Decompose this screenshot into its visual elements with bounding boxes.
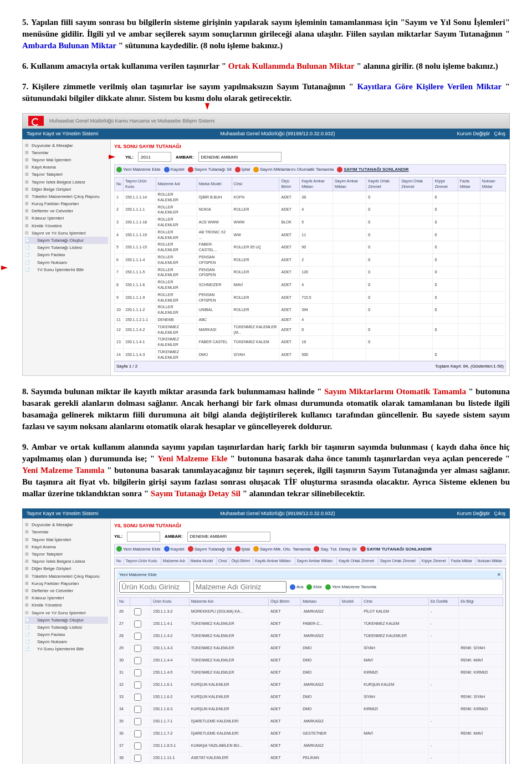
table-row[interactable]: 9150.1.1.1-9ROLLER KALEMLERPENSAN OFİSPE… <box>115 291 506 304</box>
table-row[interactable]: 7150.1.1.1-5ROLLER KALEMLERPENSAN OFİSPE… <box>115 266 506 279</box>
table-row[interactable]: 27150.1.1.4-1TÜKENMEZ KALEMLERADETFABER-… <box>117 618 503 630</box>
sidebar-item[interactable]: Taşınır İstek Belgesi Listesi <box>25 179 108 186</box>
table-row[interactable]: 34150.1.1.6-3KURŞUN KALEMLERADETDMOKIRMI… <box>117 703 503 715</box>
table-row[interactable]: 3150.1.1.1-18ROLLER KALEMLERACE WWWWWWBL… <box>115 216 506 229</box>
ambar-input[interactable] <box>187 532 270 542</box>
table-row[interactable]: 30150.1.1.4-4TÜKENMEZ KALEMLERADETDMOMAV… <box>117 654 503 666</box>
table-row[interactable]: 13150.1.1.4-1TÜKENMEZ KALEMLERFABER CAST… <box>115 336 506 349</box>
sidebar-item[interactable]: Yıl Sonu İşlemlerini Bitir <box>25 645 108 653</box>
column-header[interactable]: Ek Bilgi <box>459 598 503 606</box>
table-row[interactable]: 35150.1.1.7-1İŞARETLEME KALEMLERİADET.MA… <box>117 715 503 727</box>
sidebar-item[interactable]: Kayıt Arama <box>25 543 108 551</box>
column-header[interactable]: Taşınır-Ürün Kodu <box>123 177 156 191</box>
table-row[interactable]: 8150.1.1.1-6ROLLER KALEMLERSCHNEIZERMAVİ… <box>115 279 506 292</box>
sidebar-item[interactable]: Defterler ve Cetveller <box>25 207 108 215</box>
column-header[interactable]: Cinsi <box>232 177 279 191</box>
column-header[interactable]: Sayım Ambar Miktarı <box>333 177 366 191</box>
iptal-button[interactable]: İptal <box>235 166 250 172</box>
sidebar-item[interactable]: Sayım Tutanağı Listesi <box>25 244 108 251</box>
detay-sil-button[interactable]: Say. Tut. Detay Sil <box>314 546 356 552</box>
row-checkbox[interactable] <box>134 657 141 664</box>
column-header[interactable]: Marka Model <box>197 177 232 191</box>
column-header[interactable]: Ürün Kodu <box>151 598 190 606</box>
tutanak-sil-button[interactable]: Sayım Tutanağı Sil <box>188 546 232 552</box>
table-row[interactable]: 36150.1.1.7-2İŞARETLEME KALEMLERİADETGES… <box>117 727 503 740</box>
table-row[interactable]: 31150.1.1.4-5TÜKENMEZ KALEMLERADETDMOKIR… <box>117 666 503 679</box>
mik-oto-tamamla-button[interactable]: Sayım Mik. Oto. Tamamla <box>253 546 310 552</box>
yeni-malzeme-tanimla-button[interactable]: Yeni Malzeme Tanımla <box>325 584 376 590</box>
table-row[interactable]: 28150.1.1.4-2TÜKENMEZ KALEMLERADET.MARKA… <box>117 630 503 642</box>
sonlandir-button[interactable]: SAYIM TUTANAĞI SONLANDIR <box>360 546 432 552</box>
column-header[interactable] <box>130 598 151 606</box>
sidebar-item[interactable]: Sayım Fazlası <box>25 251 108 258</box>
modal-data-grid[interactable]: NoÜrün KoduMalzeme AdıÖlçü BirimiMarkası… <box>117 597 503 764</box>
sidebar-item[interactable]: Sayım Noksanı <box>25 638 108 645</box>
sidebar-item[interactable]: Kayıt Arama <box>25 164 108 171</box>
column-header[interactable]: Modeli <box>340 598 362 606</box>
sidebar-item[interactable]: Duyurular & Mesajlar <box>25 521 108 528</box>
kaydet-button[interactable]: Kaydet <box>164 546 185 552</box>
sidebar-item[interactable]: Sayım Tutanağı Oluştur <box>25 617 108 624</box>
column-header[interactable]: Kayıtlı Ambar Miktarı <box>300 177 333 191</box>
row-checkbox[interactable] <box>134 730 141 737</box>
column-header[interactable]: Markası <box>301 598 340 606</box>
pager[interactable]: Sayfa 1 / 2 Toplam Kayıt: 84, (Gösterile… <box>114 361 506 371</box>
sidebar-item[interactable]: Kimlik Yönetimi <box>25 222 108 230</box>
row-checkbox[interactable] <box>134 620 141 628</box>
table-row[interactable]: 37150.1.1.8.5-1KUMAŞA YAZILABİLEN BO...A… <box>117 740 503 752</box>
sidebar-item[interactable]: Sayım ve Yıl Sonu İşlemleri <box>25 230 108 237</box>
sidebar-item[interactable]: Sayım Noksanı <box>25 259 108 266</box>
row-checkbox[interactable] <box>134 718 141 725</box>
sidebar-item[interactable]: Tüketim Malzemeleri Çıkış Raporu <box>25 573 108 580</box>
table-row[interactable]: 2150.1.1.1-1ROLLER KALEMLERNOKIAROLLERAD… <box>115 203 506 216</box>
sidebar-item[interactable]: Tüketim Malzemeleri Çıkış Raporu <box>25 193 108 200</box>
malzeme-adi-input[interactable] <box>193 581 287 593</box>
table-row[interactable]: 6150.1.1.1-4ROLLER KALEMLERPENSAN OFİSPE… <box>115 253 506 266</box>
sidebar-item[interactable]: Taşınır Talepleri <box>25 551 108 558</box>
sidebar-item[interactable]: Kuruş Farkları Raporları <box>25 580 108 587</box>
ekle-button[interactable]: Ekle <box>306 584 322 590</box>
row-checkbox[interactable] <box>134 681 141 689</box>
row-checkbox[interactable] <box>134 669 141 676</box>
table-row[interactable]: 12150.1.1.4-2TÜKENMEZ KALEMLERMARKASITÜK… <box>115 323 506 336</box>
table-row[interactable]: 26150.1.1.3-2MÜREKKEPLİ (DOLMA) KA...ADE… <box>117 605 503 618</box>
sidebar-item[interactable]: Tanımlar <box>25 528 108 536</box>
sidebar-item[interactable]: Kılavuz İşlemleri <box>25 594 108 602</box>
row-checkbox[interactable] <box>134 608 141 615</box>
urun-kodu-input[interactable] <box>119 581 190 593</box>
table-row[interactable]: 14150.1.1.4-3TÜKENMEZ KALEMLERDMOSİYAHAD… <box>115 348 506 361</box>
table-row[interactable]: 38150.1.1.11-1ASETAT KALEMLERİADETPELİKA… <box>117 752 503 764</box>
column-header[interactable]: Malzeme Adı <box>189 598 268 606</box>
year-input[interactable] <box>138 152 171 162</box>
table-row[interactable]: 1150.1.1.1-14ROLLER KALEMLERİŞBİR B.BUHK… <box>115 191 506 203</box>
sidebar-item[interactable]: Taşınır Talepleri <box>25 171 108 178</box>
column-header[interactable]: Kayıtlı Ortak Zimmet <box>366 177 400 191</box>
iptal-button[interactable]: İptal <box>235 546 250 552</box>
sidebar-item[interactable]: Sayım ve Yıl Sonu İşlemleri <box>25 609 108 617</box>
sidebar-item[interactable]: Yıl Sonu İşlemlerini Bitir <box>25 266 108 273</box>
column-header[interactable]: No <box>115 177 124 191</box>
column-header[interactable]: Ölçü Birimi <box>269 598 301 606</box>
sonlandir-button[interactable]: SAYIM TUTANAĞI SONLANDIR <box>337 166 408 172</box>
row-checkbox[interactable] <box>134 706 141 713</box>
table-row[interactable]: 10150.1.1.1-2ROLLER KALEMLERUNIBALROLLER… <box>115 304 506 317</box>
column-header[interactable]: Cinsi <box>362 598 429 606</box>
column-header[interactable]: Ölçü Birimi <box>279 177 300 191</box>
sidebar-item[interactable]: Sayım Tutanağı Oluştur <box>25 237 108 244</box>
sidebar-item[interactable]: Diğer Belge Girişleri <box>25 565 108 572</box>
column-header[interactable]: No <box>117 598 130 606</box>
table-row[interactable]: 4150.1.1.1-19ROLLER KALEMLERAB TRONIC X2… <box>115 228 506 241</box>
table-row[interactable]: 5150.1.1.1-15ROLLER KALEMLERFABER-CASTEL… <box>115 241 506 254</box>
column-header[interactable]: Malzeme Adı <box>156 177 197 191</box>
sidebar-item[interactable]: Kılavuz İşlemleri <box>25 215 108 222</box>
column-header[interactable]: Sayım Ortak Zimmet <box>400 177 433 191</box>
sidebar-item[interactable]: Defterler ve Cetveller <box>25 587 108 594</box>
close-icon[interactable]: ✕ <box>497 572 501 578</box>
yeni-malzeme-ekle-button[interactable]: Yeni Malzeme Ekle <box>116 166 161 172</box>
row-checkbox[interactable] <box>134 645 141 652</box>
otomatik-tamamla-button[interactable]: Sayım Miktarlarını Otomatik Tamamla <box>253 166 334 172</box>
sidebar-item[interactable]: Tanımlar <box>25 149 108 156</box>
sidebar-item[interactable]: Duyurular & Mesajlar <box>25 142 108 149</box>
kaydet-button[interactable]: Kaydet <box>164 166 185 172</box>
sidebar-item[interactable]: Sayım Fazlası <box>25 631 108 638</box>
